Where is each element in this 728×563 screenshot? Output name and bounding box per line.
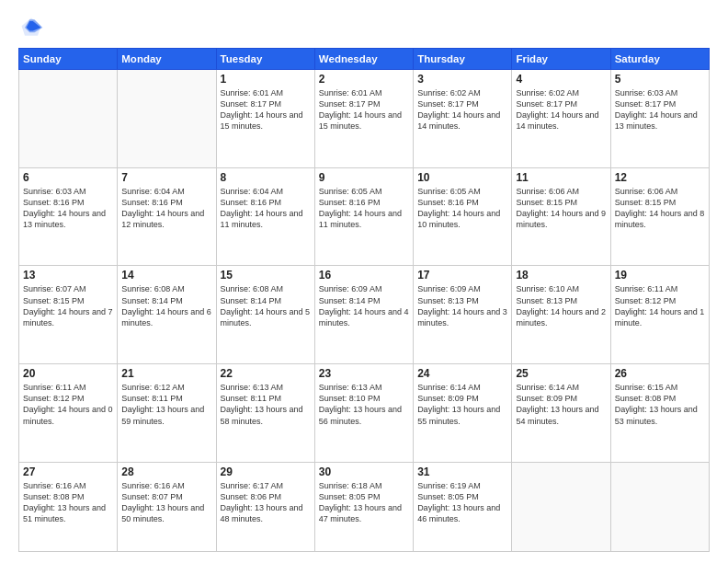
calendar-cell: 4Sunrise: 6:02 AM Sunset: 8:17 PM Daylig… (512, 70, 610, 168)
day-info: Sunrise: 6:14 AM Sunset: 8:09 PM Dayligh… (516, 382, 606, 427)
day-number: 13 (23, 269, 113, 282)
day-info: Sunrise: 6:03 AM Sunset: 8:16 PM Dayligh… (23, 186, 113, 231)
week-row-2: 6Sunrise: 6:03 AM Sunset: 8:16 PM Daylig… (19, 167, 710, 266)
day-number: 27 (23, 465, 113, 478)
day-number: 30 (319, 465, 409, 478)
day-info: Sunrise: 6:06 AM Sunset: 8:15 PM Dayligh… (615, 186, 705, 231)
weekday-header-tuesday: Tuesday (216, 49, 314, 70)
week-row-4: 20Sunrise: 6:11 AM Sunset: 8:12 PM Dayli… (19, 364, 710, 463)
day-info: Sunrise: 6:19 AM Sunset: 8:05 PM Dayligh… (417, 480, 507, 525)
calendar-cell: 29Sunrise: 6:17 AM Sunset: 8:06 PM Dayli… (216, 462, 314, 551)
calendar-cell: 28Sunrise: 6:16 AM Sunset: 8:07 PM Dayli… (118, 462, 216, 551)
logo-icon (18, 15, 44, 40)
calendar-cell (512, 462, 610, 551)
day-number: 31 (417, 465, 507, 478)
day-number: 18 (516, 269, 606, 282)
day-number: 28 (121, 465, 211, 478)
day-info: Sunrise: 6:08 AM Sunset: 8:14 PM Dayligh… (221, 283, 311, 328)
calendar-cell: 2Sunrise: 6:01 AM Sunset: 8:17 PM Daylig… (314, 70, 413, 168)
day-info: Sunrise: 6:09 AM Sunset: 8:13 PM Dayligh… (417, 283, 507, 328)
weekday-header-saturday: Saturday (610, 49, 709, 70)
day-number: 20 (23, 367, 113, 380)
day-info: Sunrise: 6:03 AM Sunset: 8:17 PM Dayligh… (615, 87, 705, 132)
day-info: Sunrise: 6:16 AM Sunset: 8:07 PM Dayligh… (121, 480, 211, 525)
calendar-cell: 17Sunrise: 6:09 AM Sunset: 8:13 PM Dayli… (414, 266, 512, 364)
day-info: Sunrise: 6:06 AM Sunset: 8:15 PM Dayligh… (516, 186, 606, 231)
week-row-3: 13Sunrise: 6:07 AM Sunset: 8:15 PM Dayli… (19, 266, 710, 364)
calendar-cell (19, 70, 118, 168)
day-number: 5 (615, 73, 705, 86)
day-info: Sunrise: 6:08 AM Sunset: 8:14 PM Dayligh… (121, 283, 211, 328)
day-info: Sunrise: 6:16 AM Sunset: 8:08 PM Dayligh… (23, 480, 113, 525)
day-info: Sunrise: 6:09 AM Sunset: 8:14 PM Dayligh… (319, 283, 409, 328)
calendar-cell: 11Sunrise: 6:06 AM Sunset: 8:15 PM Dayli… (512, 167, 610, 266)
calendar-cell: 9Sunrise: 6:05 AM Sunset: 8:16 PM Daylig… (314, 167, 413, 266)
day-number: 4 (516, 73, 606, 86)
weekday-header-row: SundayMondayTuesdayWednesdayThursdayFrid… (19, 49, 710, 70)
calendar-cell: 15Sunrise: 6:08 AM Sunset: 8:14 PM Dayli… (216, 266, 314, 364)
day-info: Sunrise: 6:17 AM Sunset: 8:06 PM Dayligh… (221, 480, 311, 525)
day-number: 23 (319, 367, 409, 380)
weekday-header-friday: Friday (512, 49, 610, 70)
calendar-cell: 18Sunrise: 6:10 AM Sunset: 8:13 PM Dayli… (512, 266, 610, 364)
calendar-cell: 21Sunrise: 6:12 AM Sunset: 8:11 PM Dayli… (118, 364, 216, 463)
day-info: Sunrise: 6:01 AM Sunset: 8:17 PM Dayligh… (319, 87, 409, 132)
day-number: 17 (417, 269, 507, 282)
calendar-cell: 14Sunrise: 6:08 AM Sunset: 8:14 PM Dayli… (118, 266, 216, 364)
day-number: 22 (221, 367, 311, 380)
day-number: 14 (121, 269, 211, 282)
day-info: Sunrise: 6:04 AM Sunset: 8:16 PM Dayligh… (121, 186, 211, 231)
day-number: 11 (516, 171, 606, 184)
calendar-cell: 16Sunrise: 6:09 AM Sunset: 8:14 PM Dayli… (314, 266, 413, 364)
day-info: Sunrise: 6:14 AM Sunset: 8:09 PM Dayligh… (417, 382, 507, 427)
weekday-header-thursday: Thursday (414, 49, 512, 70)
day-info: Sunrise: 6:11 AM Sunset: 8:12 PM Dayligh… (615, 283, 705, 328)
calendar-cell (118, 70, 216, 168)
day-number: 15 (221, 269, 311, 282)
calendar-cell: 10Sunrise: 6:05 AM Sunset: 8:16 PM Dayli… (414, 167, 512, 266)
day-info: Sunrise: 6:13 AM Sunset: 8:11 PM Dayligh… (221, 382, 311, 427)
day-info: Sunrise: 6:05 AM Sunset: 8:16 PM Dayligh… (319, 186, 409, 231)
calendar-cell: 22Sunrise: 6:13 AM Sunset: 8:11 PM Dayli… (216, 364, 314, 463)
calendar-cell: 26Sunrise: 6:15 AM Sunset: 8:08 PM Dayli… (610, 364, 709, 463)
day-info: Sunrise: 6:01 AM Sunset: 8:17 PM Dayligh… (221, 87, 311, 132)
day-number: 21 (121, 367, 211, 380)
week-row-1: 1Sunrise: 6:01 AM Sunset: 8:17 PM Daylig… (19, 70, 710, 168)
day-info: Sunrise: 6:02 AM Sunset: 8:17 PM Dayligh… (516, 87, 606, 132)
day-number: 6 (23, 171, 113, 184)
day-info: Sunrise: 6:07 AM Sunset: 8:15 PM Dayligh… (23, 283, 113, 328)
calendar-cell: 3Sunrise: 6:02 AM Sunset: 8:17 PM Daylig… (414, 70, 512, 168)
day-number: 8 (221, 171, 311, 184)
calendar-cell: 27Sunrise: 6:16 AM Sunset: 8:08 PM Dayli… (19, 462, 118, 551)
weekday-header-monday: Monday (118, 49, 216, 70)
day-number: 16 (319, 269, 409, 282)
calendar-cell: 1Sunrise: 6:01 AM Sunset: 8:17 PM Daylig… (216, 70, 314, 168)
day-info: Sunrise: 6:11 AM Sunset: 8:12 PM Dayligh… (23, 382, 113, 427)
calendar-cell (610, 462, 709, 551)
day-number: 1 (221, 73, 311, 86)
day-info: Sunrise: 6:02 AM Sunset: 8:17 PM Dayligh… (417, 87, 507, 132)
calendar-cell: 31Sunrise: 6:19 AM Sunset: 8:05 PM Dayli… (414, 462, 512, 551)
day-info: Sunrise: 6:13 AM Sunset: 8:10 PM Dayligh… (319, 382, 409, 427)
day-number: 25 (516, 367, 606, 380)
calendar-cell: 30Sunrise: 6:18 AM Sunset: 8:05 PM Dayli… (314, 462, 413, 551)
calendar-table: SundayMondayTuesdayWednesdayThursdayFrid… (18, 48, 710, 552)
day-info: Sunrise: 6:12 AM Sunset: 8:11 PM Dayligh… (121, 382, 211, 427)
day-number: 26 (615, 367, 705, 380)
day-info: Sunrise: 6:05 AM Sunset: 8:16 PM Dayligh… (417, 186, 507, 231)
day-number: 19 (615, 269, 705, 282)
day-number: 7 (121, 171, 211, 184)
weekday-header-wednesday: Wednesday (314, 49, 413, 70)
calendar-cell: 23Sunrise: 6:13 AM Sunset: 8:10 PM Dayli… (314, 364, 413, 463)
calendar-cell: 8Sunrise: 6:04 AM Sunset: 8:16 PM Daylig… (216, 167, 314, 266)
calendar-cell: 5Sunrise: 6:03 AM Sunset: 8:17 PM Daylig… (610, 70, 709, 168)
day-number: 24 (417, 367, 507, 380)
calendar-cell: 20Sunrise: 6:11 AM Sunset: 8:12 PM Dayli… (19, 364, 118, 463)
page: SundayMondayTuesdayWednesdayThursdayFrid… (0, 0, 728, 563)
calendar-cell: 25Sunrise: 6:14 AM Sunset: 8:09 PM Dayli… (512, 364, 610, 463)
day-number: 9 (319, 171, 409, 184)
calendar-cell: 12Sunrise: 6:06 AM Sunset: 8:15 PM Dayli… (610, 167, 709, 266)
logo (18, 15, 48, 40)
day-number: 2 (319, 73, 409, 86)
day-number: 12 (615, 171, 705, 184)
